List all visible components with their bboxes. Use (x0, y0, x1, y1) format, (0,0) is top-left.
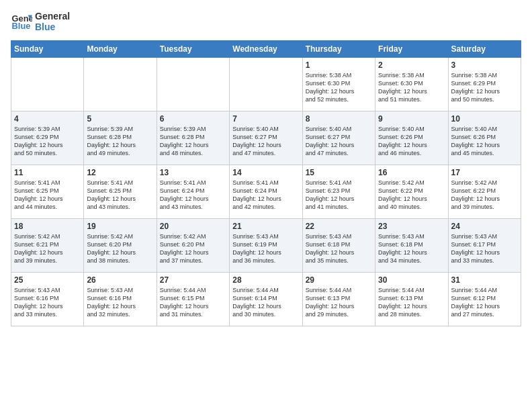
day-number: 17 (451, 168, 518, 177)
calendar-cell: 11Sunrise: 5:41 AM Sunset: 6:25 PM Dayli… (11, 165, 84, 219)
day-number: 25 (14, 275, 81, 285)
calendar-cell: 6Sunrise: 5:39 AM Sunset: 6:28 PM Daylig… (157, 111, 229, 165)
calendar-cell: 14Sunrise: 5:41 AM Sunset: 6:24 PM Dayli… (230, 165, 302, 219)
col-header-sunday: Sunday (11, 41, 84, 58)
day-number: 5 (87, 114, 153, 124)
day-number: 26 (87, 275, 153, 285)
calendar-cell: 17Sunrise: 5:42 AM Sunset: 6:22 PM Dayli… (448, 165, 521, 219)
day-number: 3 (451, 60, 518, 70)
day-detail: Sunrise: 5:42 AM Sunset: 6:20 PM Dayligh… (160, 232, 226, 265)
day-detail: Sunrise: 5:42 AM Sunset: 6:22 PM Dayligh… (378, 179, 445, 212)
calendar-cell: 7Sunrise: 5:40 AM Sunset: 6:27 PM Daylig… (230, 111, 302, 165)
day-number: 21 (232, 222, 299, 231)
day-number: 9 (378, 114, 445, 124)
calendar-cell: 13Sunrise: 5:41 AM Sunset: 6:24 PM Dayli… (157, 165, 229, 219)
calendar-cell: 9Sunrise: 5:40 AM Sunset: 6:26 PM Daylig… (375, 111, 448, 165)
day-detail: Sunrise: 5:38 AM Sunset: 6:29 PM Dayligh… (451, 71, 518, 104)
day-number: 11 (14, 168, 81, 177)
day-number: 28 (232, 275, 299, 285)
calendar-week-2: 4Sunrise: 5:39 AM Sunset: 6:29 PM Daylig… (11, 111, 521, 165)
day-number: 1 (306, 60, 372, 70)
day-number: 13 (160, 168, 226, 177)
day-number: 12 (87, 168, 153, 177)
day-detail: Sunrise: 5:43 AM Sunset: 6:18 PM Dayligh… (378, 232, 445, 265)
day-detail: Sunrise: 5:38 AM Sunset: 6:30 PM Dayligh… (378, 71, 445, 104)
day-detail: Sunrise: 5:42 AM Sunset: 6:20 PM Dayligh… (87, 232, 153, 265)
day-number: 6 (160, 114, 226, 124)
day-detail: Sunrise: 5:40 AM Sunset: 6:27 PM Dayligh… (232, 125, 299, 158)
day-number: 18 (14, 222, 81, 231)
calendar-cell: 29Sunrise: 5:44 AM Sunset: 6:13 PM Dayli… (302, 273, 375, 326)
calendar-cell: 3Sunrise: 5:38 AM Sunset: 6:29 PM Daylig… (448, 58, 521, 111)
day-number: 16 (378, 168, 445, 177)
calendar-cell: 26Sunrise: 5:43 AM Sunset: 6:16 PM Dayli… (84, 273, 157, 326)
day-detail: Sunrise: 5:44 AM Sunset: 6:13 PM Dayligh… (378, 286, 445, 319)
calendar-cell: 24Sunrise: 5:43 AM Sunset: 6:17 PM Dayli… (448, 219, 521, 273)
day-detail: Sunrise: 5:41 AM Sunset: 6:23 PM Dayligh… (306, 179, 372, 212)
calendar-cell (11, 58, 84, 111)
day-detail: Sunrise: 5:41 AM Sunset: 6:24 PM Dayligh… (232, 179, 299, 212)
day-detail: Sunrise: 5:44 AM Sunset: 6:13 PM Dayligh… (306, 286, 372, 319)
logo-blue: Blue (35, 21, 70, 32)
day-number: 29 (306, 275, 372, 285)
day-detail: Sunrise: 5:41 AM Sunset: 6:24 PM Dayligh… (160, 179, 226, 212)
calendar-cell: 8Sunrise: 5:40 AM Sunset: 6:27 PM Daylig… (302, 111, 375, 165)
calendar-cell: 21Sunrise: 5:43 AM Sunset: 6:19 PM Dayli… (230, 219, 302, 273)
day-number: 24 (451, 222, 518, 231)
day-detail: Sunrise: 5:44 AM Sunset: 6:15 PM Dayligh… (160, 286, 226, 319)
calendar-header-row: SundayMondayTuesdayWednesdayThursdayFrid… (11, 41, 521, 58)
day-number: 10 (451, 114, 518, 124)
calendar-cell: 19Sunrise: 5:42 AM Sunset: 6:20 PM Dayli… (84, 219, 157, 273)
day-number: 30 (378, 275, 445, 285)
day-detail: Sunrise: 5:42 AM Sunset: 6:22 PM Dayligh… (451, 179, 518, 212)
col-header-thursday: Thursday (302, 41, 375, 58)
day-detail: Sunrise: 5:43 AM Sunset: 6:16 PM Dayligh… (87, 286, 153, 319)
calendar-cell: 5Sunrise: 5:39 AM Sunset: 6:28 PM Daylig… (84, 111, 157, 165)
day-detail: Sunrise: 5:43 AM Sunset: 6:18 PM Dayligh… (306, 232, 372, 265)
day-number: 20 (160, 222, 226, 231)
day-detail: Sunrise: 5:40 AM Sunset: 6:27 PM Dayligh… (306, 125, 372, 158)
calendar-cell: 18Sunrise: 5:42 AM Sunset: 6:21 PM Dayli… (11, 219, 84, 273)
calendar-cell (157, 58, 229, 111)
day-detail: Sunrise: 5:39 AM Sunset: 6:28 PM Dayligh… (87, 125, 153, 158)
day-detail: Sunrise: 5:42 AM Sunset: 6:21 PM Dayligh… (14, 232, 81, 265)
svg-text:Blue: Blue (12, 21, 31, 31)
day-detail: Sunrise: 5:39 AM Sunset: 6:28 PM Dayligh… (160, 125, 226, 158)
day-number: 22 (306, 222, 372, 231)
col-header-monday: Monday (84, 41, 157, 58)
calendar-cell: 23Sunrise: 5:43 AM Sunset: 6:18 PM Dayli… (375, 219, 448, 273)
day-number: 31 (451, 275, 518, 285)
day-number: 19 (87, 222, 153, 231)
calendar-cell: 15Sunrise: 5:41 AM Sunset: 6:23 PM Dayli… (302, 165, 375, 219)
day-number: 15 (306, 168, 372, 177)
calendar-cell: 25Sunrise: 5:43 AM Sunset: 6:16 PM Dayli… (11, 273, 84, 326)
day-detail: Sunrise: 5:41 AM Sunset: 6:25 PM Dayligh… (87, 179, 153, 212)
logo: General Blue General Blue (11, 11, 70, 32)
calendar-cell: 4Sunrise: 5:39 AM Sunset: 6:29 PM Daylig… (11, 111, 84, 165)
calendar-week-3: 11Sunrise: 5:41 AM Sunset: 6:25 PM Dayli… (11, 165, 521, 219)
calendar-cell: 31Sunrise: 5:44 AM Sunset: 6:12 PM Dayli… (448, 273, 521, 326)
day-detail: Sunrise: 5:43 AM Sunset: 6:16 PM Dayligh… (14, 286, 81, 319)
col-header-saturday: Saturday (448, 41, 521, 58)
calendar-cell (230, 58, 302, 111)
calendar-week-4: 18Sunrise: 5:42 AM Sunset: 6:21 PM Dayli… (11, 219, 521, 273)
calendar-cell: 2Sunrise: 5:38 AM Sunset: 6:30 PM Daylig… (375, 58, 448, 111)
calendar-cell: 28Sunrise: 5:44 AM Sunset: 6:14 PM Dayli… (230, 273, 302, 326)
day-detail: Sunrise: 5:44 AM Sunset: 6:14 PM Dayligh… (232, 286, 299, 319)
calendar-cell: 20Sunrise: 5:42 AM Sunset: 6:20 PM Dayli… (157, 219, 229, 273)
calendar-cell: 27Sunrise: 5:44 AM Sunset: 6:15 PM Dayli… (157, 273, 229, 326)
day-number: 27 (160, 275, 226, 285)
day-number: 7 (232, 114, 299, 124)
day-detail: Sunrise: 5:43 AM Sunset: 6:17 PM Dayligh… (451, 232, 518, 265)
calendar-cell: 16Sunrise: 5:42 AM Sunset: 6:22 PM Dayli… (375, 165, 448, 219)
col-header-tuesday: Tuesday (157, 41, 229, 58)
calendar-cell: 22Sunrise: 5:43 AM Sunset: 6:18 PM Dayli… (302, 219, 375, 273)
day-detail: Sunrise: 5:44 AM Sunset: 6:12 PM Dayligh… (451, 286, 518, 319)
calendar-cell: 30Sunrise: 5:44 AM Sunset: 6:13 PM Dayli… (375, 273, 448, 326)
calendar-week-1: 1Sunrise: 5:38 AM Sunset: 6:30 PM Daylig… (11, 58, 521, 111)
col-header-wednesday: Wednesday (230, 41, 302, 58)
day-detail: Sunrise: 5:41 AM Sunset: 6:25 PM Dayligh… (14, 179, 81, 212)
day-number: 4 (14, 114, 81, 124)
day-detail: Sunrise: 5:39 AM Sunset: 6:29 PM Dayligh… (14, 125, 81, 158)
day-number: 8 (306, 114, 372, 124)
